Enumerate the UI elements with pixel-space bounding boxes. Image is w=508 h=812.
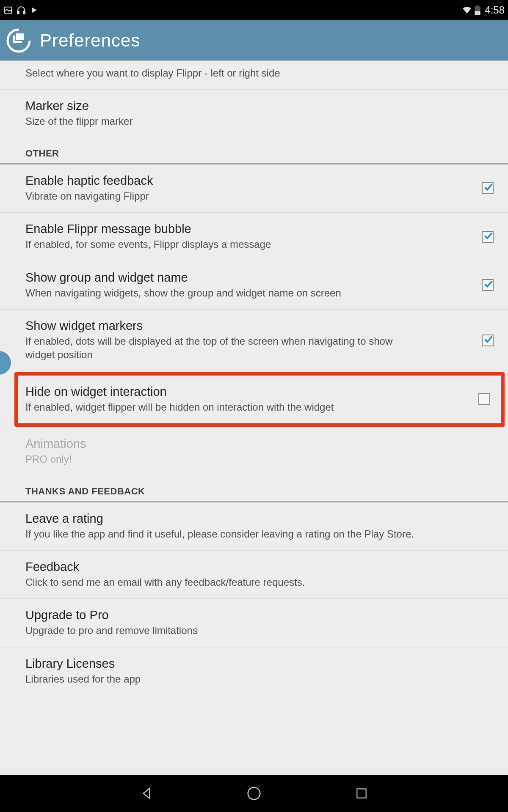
pref-show-group-widget-name[interactable]: Show group and widget name When navigati… (0, 261, 508, 310)
pref-title: Enable Flippr message bubble (25, 222, 473, 236)
pref-leave-rating[interactable]: Leave a rating If you like the app and f… (0, 502, 508, 551)
play-icon (30, 6, 38, 14)
status-time: 4:58 (485, 4, 505, 16)
pref-summary: Click to send me an email with any feedb… (25, 576, 494, 589)
picture-icon (3, 5, 13, 15)
battery-icon (475, 5, 480, 15)
svg-rect-1 (17, 11, 19, 14)
pref-title: Hide on widget interaction (25, 385, 470, 399)
app-bar: Preferences (0, 20, 508, 61)
app-logo-icon (5, 27, 32, 54)
checkbox[interactable] (482, 231, 494, 243)
pref-summary: Vibrate on navigating Flippr (25, 189, 473, 203)
nav-home-button[interactable] (245, 784, 263, 803)
svg-rect-5 (476, 5, 479, 6)
wifi-icon (462, 5, 472, 15)
section-other: OTHER (0, 138, 508, 165)
preferences-list[interactable]: Select where you want to display Flippr … (0, 61, 508, 755)
checkbox[interactable] (482, 182, 494, 194)
status-left (3, 5, 38, 15)
pref-feedback[interactable]: Feedback Click to send me an email with … (0, 551, 508, 599)
svg-rect-7 (15, 33, 25, 41)
pref-title: Marker size (25, 99, 494, 113)
pref-title: Leave a rating (25, 512, 494, 526)
pref-summary: If enabled, for some events, Flippr disp… (25, 238, 473, 251)
status-bar: 4:58 (0, 0, 508, 20)
status-right: 4:58 (462, 4, 505, 16)
pref-summary: If you like the app and find it useful, … (25, 527, 494, 541)
pref-message-bubble[interactable]: Enable Flippr message bubble If enabled,… (0, 213, 508, 261)
pref-title: Show group and widget name (25, 271, 473, 285)
pref-summary: Libraries used for the app (25, 672, 494, 686)
pref-title: Library Licenses (25, 657, 494, 671)
section-thanks-feedback: THANKS AND FEEDBACK (0, 476, 508, 502)
headphones-icon (16, 5, 26, 15)
pref-summary: Upgrade to pro and remove limitations (25, 624, 494, 637)
pref-upgrade-pro[interactable]: Upgrade to Pro Upgrade to pro and remove… (0, 599, 508, 647)
pref-show-widget-markers[interactable]: Show widget markers If enabled, dots wil… (0, 310, 508, 371)
pref-summary: PRO only! (25, 453, 494, 466)
checkbox[interactable] (478, 393, 490, 405)
pref-library-licenses[interactable]: Library Licenses Libraries used for the … (0, 647, 508, 695)
pref-title: Enable haptic feedback (25, 174, 473, 188)
pref-animations: Animations PRO only! (0, 428, 508, 475)
app-title: Preferences (40, 30, 140, 51)
pref-summary: When navigating widgets, show the group … (25, 286, 473, 300)
pref-summary: If enabled, dots will be displayed at th… (25, 335, 394, 362)
svg-rect-9 (357, 789, 366, 798)
pref-title: Animations (25, 437, 494, 451)
pref-marker-size[interactable]: Marker size Size of the flippr marker (0, 90, 508, 137)
pref-summary: Select where you want to display Flippr … (25, 66, 494, 80)
pref-hide-on-widget-interaction[interactable]: Hide on widget interaction If enabled, w… (18, 376, 501, 423)
pref-haptic-feedback[interactable]: Enable haptic feedback Vibrate on naviga… (0, 165, 508, 213)
nav-recent-button[interactable] (352, 784, 371, 803)
checkbox[interactable] (482, 279, 494, 291)
highlight-marker: Hide on widget interaction If enabled, w… (14, 372, 505, 427)
svg-rect-4 (475, 11, 480, 15)
pref-title: Upgrade to Pro (25, 608, 494, 622)
pref-title: Feedback (25, 560, 494, 574)
pref-summary: If enabled, widget flipper will be hidde… (25, 401, 470, 414)
svg-rect-2 (23, 11, 25, 14)
checkbox[interactable] (482, 335, 494, 346)
nav-back-button[interactable] (137, 784, 156, 803)
svg-point-8 (248, 787, 260, 800)
pref-flippr-location[interactable]: Select where you want to display Flippr … (0, 61, 508, 90)
pref-summary: Size of the flippr marker (25, 115, 494, 128)
pref-title: Show widget markers (25, 319, 473, 333)
nav-bar (0, 775, 508, 812)
